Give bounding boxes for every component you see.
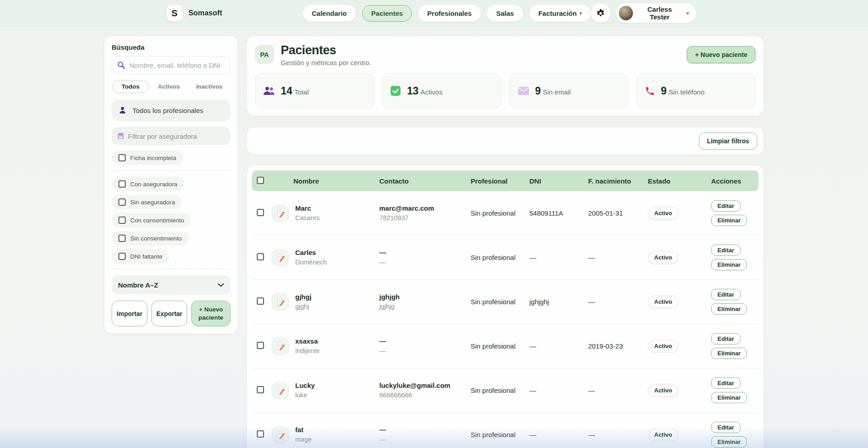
filter-checkbox-pill[interactable]: DNI faltante [112, 249, 169, 264]
row-checkbox[interactable] [257, 342, 264, 349]
edit-button[interactable]: Editar [711, 200, 741, 212]
nav-item[interactable]: Calendario ▾ [303, 5, 356, 22]
patient-avatar [272, 293, 289, 311]
actions-cell: Editar Eliminar [708, 422, 759, 448]
filter-checkbox-pill[interactable]: Con consentimiento [112, 213, 191, 227]
delete-button[interactable]: Eliminar [711, 303, 747, 315]
patient-name-text: fat mage [295, 425, 311, 444]
professional-cell: Sin profesional [471, 209, 529, 217]
checkbox[interactable] [118, 217, 126, 224]
new-patient-button[interactable]: + Nuevo paciente [687, 46, 755, 63]
patient-name-cell: fat mage [272, 425, 379, 444]
nav-item[interactable]: Facturación ▾ [529, 5, 591, 22]
patient-email: — [379, 425, 471, 435]
divider [112, 170, 231, 171]
row-checkbox[interactable] [257, 430, 264, 438]
edit-button[interactable]: Editar [711, 245, 741, 256]
search-box [112, 56, 231, 74]
delete-button[interactable]: Eliminar [711, 259, 747, 270]
patients-header-card: PA Pacientes Gestión y métricas por cent… [246, 36, 764, 116]
checkbox[interactable] [118, 180, 126, 188]
nav-item[interactable]: Profesionales ▾ [418, 5, 481, 22]
insurer-filter-box [112, 127, 231, 145]
row-checkbox[interactable] [257, 209, 264, 216]
clear-filters-button[interactable]: Limpiar filtros [699, 132, 757, 150]
contact-cell: — — [379, 248, 471, 267]
patient-name-text: Carles Domènech [295, 248, 327, 267]
user-menu[interactable]: Carless Tester ▾ [616, 3, 696, 23]
dni-cell: — [529, 387, 588, 394]
patient-last-name: indijente [295, 346, 320, 356]
checkbox[interactable] [118, 198, 126, 206]
nav-item[interactable]: Salas ▾ [487, 5, 523, 22]
export-button[interactable]: Exportar [151, 301, 187, 326]
filter-checkbox-pill[interactable]: Sin consentimiento [112, 231, 189, 245]
nav-item-label: Calendario [312, 9, 347, 17]
select-all-checkbox[interactable] [257, 177, 264, 184]
patient-last-name: Domènech [295, 258, 327, 267]
document-pencil-icon [276, 342, 285, 351]
filter-checkbox-pill[interactable]: Ficha incompleta [112, 151, 183, 165]
filter-bar: Limpiar filtros [246, 127, 764, 155]
status-cell: Activo [648, 295, 708, 308]
row-checkbox-cell [252, 430, 272, 439]
somasoft-logo-icon: S [166, 5, 183, 21]
filter-label: Sin consentimiento [130, 235, 182, 242]
patient-last-name: luke [295, 391, 315, 400]
nav-item[interactable]: Pacientes ▾ [362, 5, 412, 22]
status-tab[interactable]: Inactivos [189, 80, 230, 93]
brand-name: Somasoft [189, 9, 222, 17]
status-badge: Activo [648, 384, 679, 397]
delete-button[interactable]: Eliminar [711, 215, 747, 226]
checkbox[interactable] [118, 154, 126, 161]
stat-value: 14 [281, 85, 292, 97]
patient-email: — [379, 336, 471, 346]
document-pencil-icon [276, 253, 285, 262]
status-badge: Activo [648, 251, 679, 264]
edit-button[interactable]: Editar [711, 289, 741, 300]
insurer-filter-input[interactable] [112, 127, 231, 145]
stat-icon [645, 86, 655, 96]
status-badge: Activo [648, 340, 679, 353]
page-subtitle: Gestión y métricas por centro. [281, 59, 371, 66]
patient-avatar [272, 382, 289, 399]
actions-cell: Editar Eliminar [708, 377, 759, 403]
edit-button[interactable]: Editar [711, 377, 741, 389]
filter-checkbox-pill[interactable]: Con aseguradora [112, 177, 184, 191]
checkbox[interactable] [118, 253, 126, 260]
edit-button[interactable]: Editar [711, 422, 741, 433]
settings-button[interactable] [591, 3, 610, 23]
table-row: gjhgj gjghj jghjgh jgjhjg Sin profesiona… [252, 279, 759, 324]
sort-select-value: Nombre A–Z [118, 281, 158, 289]
patient-avatar [272, 249, 289, 266]
birth-date-cell: — [588, 431, 648, 439]
status-tab[interactable]: Activos [149, 80, 189, 93]
status-cell: Activo [648, 384, 708, 397]
stat-card: 9 Sin teléfono [637, 73, 755, 108]
filter-checkbox-pill[interactable]: Sin aseguradora [112, 195, 182, 209]
import-button[interactable]: Importar [112, 301, 147, 326]
professional-cell: Sin profesional [471, 254, 529, 261]
delete-button[interactable]: Eliminar [711, 392, 747, 403]
new-patient-button-sidebar[interactable]: + Nuevo paciente [191, 301, 231, 326]
delete-button[interactable]: Eliminar [711, 436, 747, 448]
stat-text: 13 Activos [407, 85, 442, 97]
document-pencil-icon [276, 297, 285, 307]
sort-select[interactable]: Nombre A–Z [112, 275, 231, 294]
edit-button[interactable]: Editar [711, 333, 741, 344]
stat-icon [263, 86, 275, 96]
row-checkbox[interactable] [257, 253, 264, 260]
patient-name-text: xsaxsa indijente [295, 336, 320, 356]
row-checkbox[interactable] [257, 386, 264, 393]
search-input[interactable] [112, 56, 231, 74]
patient-name-cell: xsaxsa indijente [272, 336, 379, 356]
checkbox[interactable] [118, 235, 126, 242]
row-checkbox[interactable] [257, 297, 264, 305]
status-tab[interactable]: Todos [113, 80, 149, 93]
delete-button[interactable]: Eliminar [711, 348, 747, 359]
patient-first-name: gjhgj [295, 292, 311, 302]
stat-card: 13 Activos [382, 73, 501, 108]
actions-cell: Editar Eliminar [708, 245, 759, 270]
brand[interactable]: S Somasoft [166, 5, 222, 21]
professional-filter-select[interactable]: Todos los profesionales [112, 99, 231, 121]
